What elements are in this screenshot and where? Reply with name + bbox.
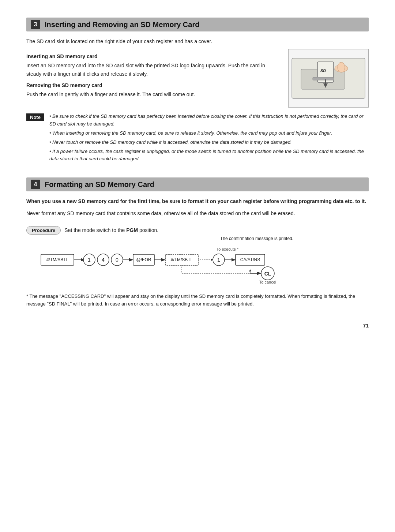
section4-header: 4 Formatting an SD Memory Card [26,177,369,191]
svg-text:4: 4 [102,257,105,263]
svg-text:SD: SD [320,68,326,73]
page-number: 71 [26,323,369,329]
note-item-4: If a power failure occurs, the cash regi… [49,148,369,163]
procedure-pgm-text: PGM [126,227,138,233]
svg-text:0: 0 [116,257,118,263]
svg-text:CA/AT/NS: CA/AT/NS [240,257,260,262]
section4-number: 4 [31,180,40,189]
note-item-1: Be sure to check if the SD memory card h… [49,113,369,128]
section4-body: When you use a new SD memory card for th… [26,197,369,308]
svg-text:@/FOR: @/FOR [136,257,151,262]
flow-svg: #/TM/SBTL 1 4 0 @/FOR [41,244,363,284]
section3-intro: The SD card slot is located on the right… [26,37,369,45]
procedure-row: Procedure Set the mode switch to the PGM… [26,226,369,235]
procedure-text-before: Set the mode switch to the [64,227,125,233]
dashed-line [257,242,257,253]
note-item-2: When inserting or removing the SD memory… [49,130,369,137]
section4-bold-intro: When you use a new SD memory card for th… [26,197,369,205]
svg-point-7 [338,62,345,72]
section3-number: 3 [31,20,40,29]
svg-rect-4 [313,77,334,80]
section3-text-block: Inserting an SD memory card Insert an SD… [26,49,281,108]
sd-card-illustration: SD [290,51,367,106]
section4-body-text: Never format any SD memory card that con… [26,209,369,217]
confirmation-note: The comfirmation message is printed. [220,236,293,241]
section3-top-content: Inserting an SD memory card Insert an SD… [26,49,369,108]
note-box: Note Be sure to check if the SD memory c… [26,113,369,164]
section4-title: Formatting an SD Memory Card [45,180,154,189]
note-label: Note [26,113,44,121]
procedure-instruction: Set the mode switch to the PGM position. [64,227,158,233]
section3-body: The SD card slot is located on the right… [26,37,369,164]
svg-text:1: 1 [88,257,91,263]
svg-text:#/TM/SBTL: #/TM/SBTL [46,257,69,262]
svg-text:CL: CL [264,271,271,277]
inserting-title: Inserting an SD memory card [26,53,281,59]
inserting-text: Insert an SD memory card into the SD car… [26,61,281,78]
procedure-label: Procedure [26,226,61,235]
removing-text: Push the card in gently with a finger an… [26,90,281,98]
svg-text:To cancel: To cancel [259,280,276,284]
svg-text:1: 1 [217,257,220,263]
section3: 3 Inserting and Removing an SD Memory Ca… [26,18,369,164]
footer-note: * The message "ACCESSING CARD" will appe… [26,293,369,308]
section4: 4 Formatting an SD Memory Card When you … [26,177,369,308]
note-item-3: Never touch or remove the SD memory card… [49,139,369,146]
procedure-text-after: position. [139,227,158,233]
flow-diagram-area: The comfirmation message is printed. #/T… [41,238,369,285]
svg-text:#/TM/SBTL: #/TM/SBTL [171,257,193,262]
removing-title: Removing the SD memory card [26,82,281,88]
section3-header: 3 Inserting and Removing an SD Memory Ca… [26,18,369,31]
sd-card-image: SD [288,49,369,108]
note-content: Be sure to check if the SD memory card h… [49,113,369,164]
confirmation-area: The comfirmation message is printed. [220,235,293,254]
section3-title: Inserting and Removing an SD Memory Card [45,20,199,29]
